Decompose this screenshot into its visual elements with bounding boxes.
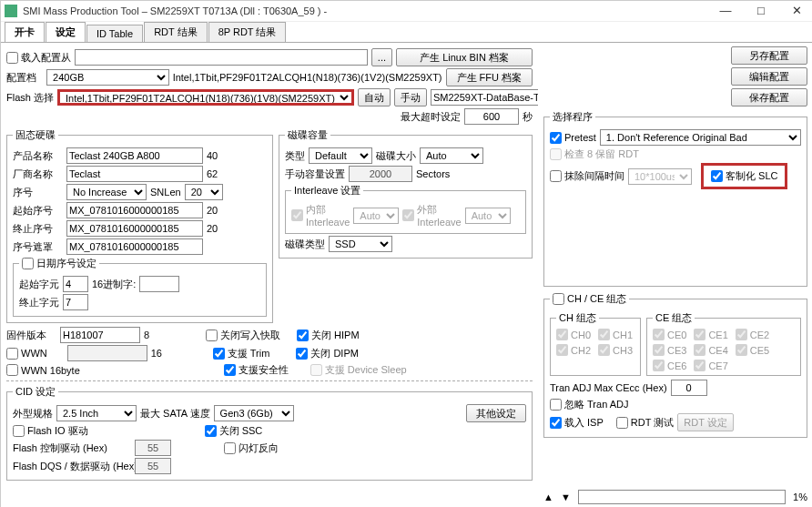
maximize-button[interactable]: □ — [745, 1, 777, 21]
cap-size-select[interactable]: Auto — [420, 147, 483, 164]
sata-speed-select[interactable]: Gen3 (6Gb) — [214, 405, 294, 421]
device-sleep-check[interactable]: 支援 Device Sleep — [310, 363, 407, 377]
save-config-button[interactable]: 保存配置 — [731, 88, 807, 106]
app-icon — [5, 5, 17, 17]
close-write-cache-check[interactable]: 关闭写入快取 — [206, 329, 280, 342]
ce3-check[interactable]: CE3 — [653, 344, 686, 356]
tran-max-input[interactable] — [671, 380, 707, 396]
rdt-test-check[interactable]: RDT 测试 — [616, 416, 674, 430]
date-serial-checkbox[interactable]: 日期序号设定 — [22, 257, 96, 270]
end-char[interactable] — [63, 294, 88, 310]
title-bar: SMI Mass Production Tool – SM2259XT T071… — [1, 1, 812, 22]
load-config-path[interactable] — [75, 49, 368, 66]
save-as-button[interactable]: 另存配置 — [731, 46, 807, 65]
product-len: 40 — [207, 150, 218, 161]
ce2-check[interactable]: CE2 — [736, 329, 769, 340]
ce1-check[interactable]: CE1 — [694, 329, 727, 340]
window-title: SMI Mass Production Tool – SM2259XT T071… — [23, 5, 709, 16]
ch0-check[interactable]: CH0 — [556, 329, 591, 340]
start-sn-label: 起始序号 — [13, 204, 63, 218]
custom-slc-check[interactable]: 客制化 SLC — [701, 163, 787, 189]
other-settings-button[interactable]: 其他设定 — [466, 404, 526, 422]
browse-button[interactable]: ... — [371, 48, 392, 66]
close-ssc-check[interactable]: 关闭 SSC — [205, 424, 263, 438]
gen-linux-bin-button[interactable]: 产生 Linux BIN 档案 — [396, 48, 533, 66]
ch1-check[interactable]: CH1 — [598, 329, 633, 340]
capacity-group: 磁碟容量 类型Default磁碟大小Auto 手动容量设置Sectors Int… — [279, 128, 533, 259]
product-name[interactable] — [66, 147, 203, 164]
wwn-input — [67, 345, 147, 361]
check-rdt-check[interactable]: 检查 8 保留 RDT — [550, 147, 639, 161]
flash-io-check[interactable]: Flash IO 驱动 — [13, 424, 88, 438]
pretest-mode-select[interactable]: 1. Don't Reference Original Bad — [600, 129, 801, 146]
sectors-label: Sectors — [416, 168, 450, 179]
start-serial[interactable] — [66, 202, 203, 218]
close-dipm-check[interactable]: 关闭 DIPM — [296, 347, 359, 360]
wwn-check[interactable]: WWN — [6, 348, 47, 360]
close-button[interactable]: ✕ — [780, 1, 812, 21]
snlen-select[interactable]: 20 — [185, 184, 223, 200]
snlen-label: SNLen — [150, 187, 181, 198]
form-factor-select[interactable]: 2.5 Inch — [56, 405, 137, 421]
flash-select[interactable]: Intel,1Tbit,PF29F01T2ALCQH1(N18)(736)(1V… — [57, 89, 354, 106]
vendor-name[interactable] — [66, 166, 203, 182]
end-len: 20 — [207, 223, 218, 234]
tab-8p-rdt-result[interactable]: 8P RDT 结果 — [208, 22, 287, 42]
serial-mode[interactable]: No Increase — [66, 184, 147, 200]
cap-type-label: 类型 — [285, 149, 305, 163]
flash-auto-button[interactable]: 自动 — [358, 88, 391, 106]
profile-select[interactable]: 240GB — [46, 69, 169, 86]
outer-interleave-select: Auto — [465, 208, 511, 224]
load-isp-check[interactable]: 载入 ISP — [550, 416, 604, 430]
pretest-check[interactable]: Pretest — [550, 132, 596, 144]
ce0-check[interactable]: CE0 — [653, 329, 686, 340]
end-serial[interactable] — [66, 220, 203, 237]
outer-interleave-check[interactable]: 外部Interleave — [402, 203, 461, 228]
erase-interval-select: 10*100us — [628, 168, 692, 185]
start-char[interactable] — [63, 276, 88, 292]
inner-interleave-check[interactable]: 内部Interleave — [291, 203, 350, 228]
cap-type-select[interactable]: Default — [309, 147, 372, 164]
ce5-check[interactable]: CE5 — [736, 344, 769, 356]
flash-manual-button[interactable]: 手动 — [394, 88, 427, 106]
erase-interval-check[interactable]: 抹除间隔时间 — [550, 169, 624, 183]
ce6-check[interactable]: CE6 — [653, 360, 686, 371]
trim-check[interactable]: 支援 Trim — [213, 347, 270, 360]
led-invert-check[interactable]: 闪灯反向 — [224, 441, 279, 455]
product-label: 产品名称 — [13, 149, 63, 163]
left-pane: 载入配置从 ... 产生 Linux BIN 档案 配置档 240GB Inte… — [1, 43, 538, 507]
security-check[interactable]: 支援安全性 — [224, 363, 289, 377]
tab-settings[interactable]: 设定 — [46, 22, 86, 42]
disk-type-select[interactable]: SSD — [329, 236, 392, 252]
flash-dqs-label: Flash DQS / 数据驱动 (Hex) — [13, 460, 131, 473]
form-factor-label: 外型规格 — [13, 407, 53, 421]
load-config-checkbox[interactable]: 载入配置从 — [6, 51, 71, 65]
tab-open-card[interactable]: 开卡 — [5, 22, 45, 42]
flash-ctrl-label: Flash 控制驱动 (Hex) — [13, 441, 131, 455]
tab-id-table[interactable]: ID Table — [86, 25, 143, 42]
ch-legend: CH 组态 — [556, 311, 599, 325]
ce4-check[interactable]: CE4 — [694, 344, 727, 356]
select-procedure-group: 选择程序 Pretest 1. Don't Reference Original… — [543, 110, 807, 287]
minimize-button[interactable]: — — [709, 1, 742, 21]
flash-database[interactable] — [431, 89, 538, 106]
ch-ce-check[interactable]: CH / CE 组态 — [553, 292, 626, 306]
edit-config-button[interactable]: 编辑配置 — [731, 67, 807, 86]
sort-up-icon[interactable]: ▲ — [543, 492, 553, 502]
close-hipm-check[interactable]: 关闭 HIPM — [297, 329, 360, 342]
progress-text: 1% — [793, 492, 807, 502]
gen-ffu-button[interactable]: 产生 FFU 档案 — [446, 68, 533, 86]
ce7-check[interactable]: CE7 — [694, 360, 727, 371]
skip-tran-check[interactable]: 忽略 Tran ADJ — [550, 398, 629, 411]
ch2-check[interactable]: CH2 — [556, 344, 591, 356]
sort-down-icon[interactable]: ▼ — [561, 492, 571, 502]
ch3-check[interactable]: CH3 — [598, 344, 633, 356]
tab-rdt-result[interactable]: RDT 结果 — [144, 22, 207, 42]
hex-input[interactable] — [139, 276, 179, 292]
serial-mask[interactable] — [66, 238, 203, 255]
timeout-value[interactable] — [464, 108, 519, 125]
flash-select-label: Flash 选择 — [6, 91, 54, 105]
fw-version[interactable] — [60, 327, 140, 343]
wwn16-check[interactable]: WWN 16byte — [6, 364, 80, 376]
ch-group: CH 组态 CH0 CH1 CH2 CH3 — [550, 311, 641, 376]
